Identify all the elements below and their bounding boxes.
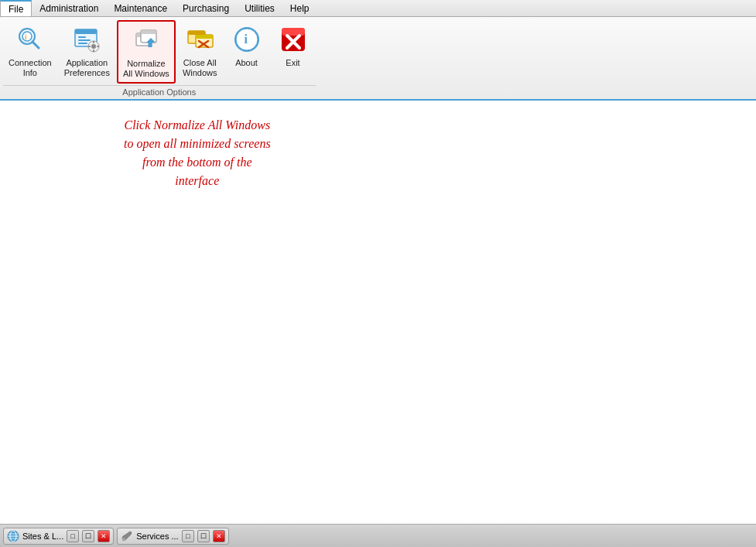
svg-rect-11 xyxy=(93,41,94,43)
svg-rect-13 xyxy=(88,46,91,47)
application-preferences-button[interactable]: ApplicationPreferences xyxy=(59,20,115,82)
svg-rect-8 xyxy=(78,43,87,44)
menu-utilities[interactable]: Utilities xyxy=(237,0,282,16)
ribbon-group-label: Application Options xyxy=(3,85,316,99)
exit-icon xyxy=(278,24,309,55)
close-all-windows-label: Close AllWindows xyxy=(183,58,217,78)
taskbar-restore-btn-sites[interactable]: □ xyxy=(67,530,79,542)
svg-text:i: i xyxy=(25,33,27,41)
main-content: Click Normalize All Windows to open all … xyxy=(0,101,756,535)
annotation-line2: to open all minimized screens xyxy=(124,137,271,150)
taskbar-close-btn-services[interactable]: ✕ xyxy=(213,530,225,542)
taskbar-item-services[interactable]: Services ... □ ☐ ✕ xyxy=(117,528,228,545)
wrench-icon xyxy=(121,530,133,542)
normalize-all-windows-button[interactable]: NormalizeAll Windows xyxy=(117,20,176,84)
annotation-line3: from the bottom of the xyxy=(142,156,252,169)
menu-help[interactable]: Help xyxy=(282,0,317,16)
menu-maintenance[interactable]: Maintenance xyxy=(106,0,175,16)
svg-line-2 xyxy=(32,42,39,48)
svg-rect-20 xyxy=(148,43,152,47)
application-preferences-icon xyxy=(71,24,102,55)
annotation: Click Normalize All Windows to open all … xyxy=(124,116,271,190)
svg-rect-31 xyxy=(282,28,305,36)
close-all-windows-icon xyxy=(184,24,215,55)
connection-info-label: ConnectionInfo xyxy=(9,58,52,78)
menu-bar: File Administration Maintenance Purchasi… xyxy=(0,0,756,17)
exit-label: Exit xyxy=(286,58,299,68)
svg-rect-7 xyxy=(78,39,91,41)
taskbar-maximize-btn-services[interactable]: ☐ xyxy=(197,530,210,542)
taskbar: Sites & L... □ ☐ ✕ Services ... □ ☐ ✕ xyxy=(0,524,756,547)
taskbar-item-sites[interactable]: Sites & L... □ ☐ ✕ xyxy=(3,528,114,545)
exit-button[interactable]: Exit xyxy=(271,20,316,76)
svg-point-39 xyxy=(122,538,125,541)
taskbar-close-btn-sites[interactable]: ✕ xyxy=(97,530,110,542)
svg-text:i: i xyxy=(244,32,248,46)
normalize-all-windows-icon xyxy=(131,25,162,56)
taskbar-item-sites-label: Sites & L... xyxy=(22,532,63,541)
annotation-line4: interface xyxy=(175,174,219,187)
about-label: About xyxy=(235,58,258,68)
taskbar-item-services-label: Services ... xyxy=(136,532,178,541)
annotation-line1: Click Normalize All Windows xyxy=(125,118,271,132)
ribbon-group-application-options: i ConnectionInfo xyxy=(3,20,316,99)
svg-rect-14 xyxy=(97,46,99,47)
connection-info-icon: i xyxy=(15,24,46,55)
svg-point-10 xyxy=(91,44,96,49)
about-button[interactable]: i About xyxy=(224,20,269,76)
taskbar-restore-btn-services[interactable]: □ xyxy=(182,530,194,542)
about-icon: i xyxy=(231,24,262,55)
svg-rect-5 xyxy=(75,29,97,34)
menu-administration[interactable]: Administration xyxy=(32,0,106,16)
svg-point-1 xyxy=(22,32,32,41)
connection-info-button[interactable]: i ConnectionInfo xyxy=(3,20,57,82)
menu-purchasing[interactable]: Purchasing xyxy=(175,0,237,16)
taskbar-maximize-btn-sites[interactable]: ☐ xyxy=(82,530,94,542)
svg-rect-6 xyxy=(78,36,86,38)
globe-icon xyxy=(7,530,19,542)
close-all-windows-button[interactable]: Close AllWindows xyxy=(177,20,223,82)
menu-file[interactable]: File xyxy=(0,0,32,16)
svg-rect-24 xyxy=(196,35,213,39)
normalize-all-windows-label: NormalizeAll Windows xyxy=(123,59,169,79)
svg-rect-18 xyxy=(141,30,156,34)
svg-rect-12 xyxy=(93,50,94,52)
application-preferences-label: ApplicationPreferences xyxy=(64,58,110,78)
ribbon: i ConnectionInfo xyxy=(0,17,756,101)
